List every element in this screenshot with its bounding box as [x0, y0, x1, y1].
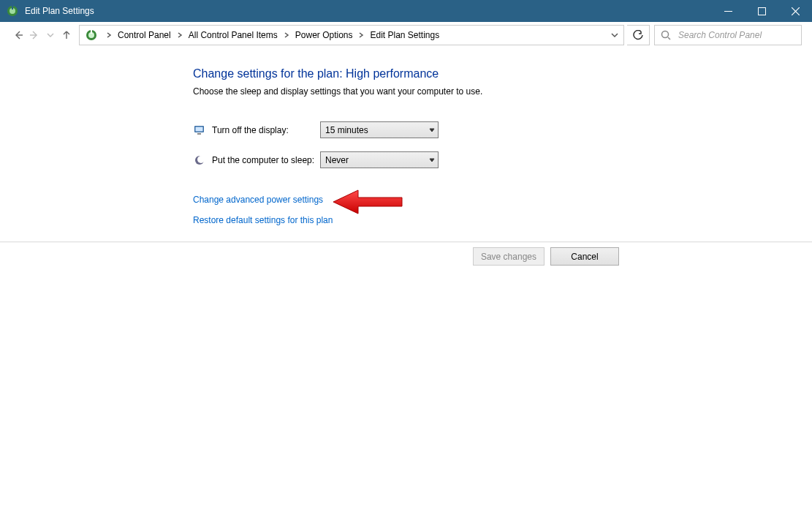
forward-button[interactable]	[26, 27, 42, 43]
breadcrumb-power-options[interactable]: Power Options	[292, 26, 356, 45]
refresh-button[interactable]	[627, 25, 650, 45]
divider	[0, 241, 812, 242]
page-subheading: Choose the sleep and display settings th…	[193, 86, 812, 97]
turn-off-display-value: 15 minutes	[325, 125, 368, 135]
chevron-right-icon[interactable]	[103, 32, 115, 38]
sleep-value: Never	[325, 155, 349, 165]
breadcrumb-all-items[interactable]: All Control Panel Items	[186, 26, 281, 45]
restore-defaults-link[interactable]: Restore default settings for this plan	[193, 215, 812, 225]
address-dropdown-button[interactable]	[606, 26, 623, 45]
app-icon	[6, 4, 19, 18]
back-button[interactable]	[10, 27, 26, 43]
minimize-button[interactable]	[711, 0, 745, 22]
sleep-label: Put the computer to sleep:	[212, 155, 320, 165]
moon-icon	[193, 154, 206, 167]
svg-rect-11	[91, 30, 92, 34]
svg-rect-15	[196, 127, 203, 131]
svg-rect-16	[197, 133, 201, 135]
chevron-right-icon[interactable]	[281, 32, 292, 38]
save-button[interactable]: Save changes	[473, 247, 545, 266]
search-box[interactable]	[654, 25, 802, 45]
svg-point-18	[197, 156, 205, 163]
breadcrumb-control-panel[interactable]: Control Panel	[115, 26, 174, 45]
up-button[interactable]	[58, 27, 75, 43]
content-pane: Change settings for the plan: High perfo…	[0, 48, 812, 225]
cancel-button[interactable]: Cancel	[550, 247, 619, 266]
maximize-button[interactable]	[745, 0, 778, 22]
chevron-right-icon[interactable]	[355, 32, 367, 38]
search-icon	[661, 30, 671, 40]
turn-off-display-row: Turn off the display: 15 minutes	[193, 121, 812, 138]
power-options-icon	[84, 28, 99, 42]
search-input[interactable]	[677, 29, 801, 41]
svg-line-13	[668, 37, 670, 40]
svg-rect-4	[758, 7, 765, 15]
sleep-select[interactable]: Never	[320, 151, 439, 168]
chevron-down-icon	[429, 125, 435, 135]
address-bar: Control Panel All Control Panel Items Po…	[0, 22, 812, 48]
page-heading: Change settings for the plan: High perfo…	[193, 67, 812, 80]
turn-off-display-select[interactable]: 15 minutes	[320, 121, 439, 138]
recent-locations-button[interactable]	[42, 27, 58, 43]
monitor-icon	[193, 124, 206, 137]
breadcrumb-edit-plan[interactable]: Edit Plan Settings	[367, 26, 442, 45]
svg-point-12	[662, 31, 669, 38]
address-box[interactable]: Control Panel All Control Panel Items Po…	[79, 25, 624, 45]
window-title: Edit Plan Settings	[25, 6, 711, 16]
chevron-down-icon	[429, 155, 435, 165]
sleep-row: Put the computer to sleep: Never	[193, 151, 812, 168]
title-bar: Edit Plan Settings	[0, 0, 812, 22]
chevron-right-icon[interactable]	[174, 32, 186, 38]
svg-rect-2	[12, 6, 13, 10]
close-button[interactable]	[778, 0, 812, 22]
turn-off-display-label: Turn off the display:	[212, 125, 320, 135]
change-advanced-link[interactable]: Change advanced power settings	[193, 195, 812, 205]
